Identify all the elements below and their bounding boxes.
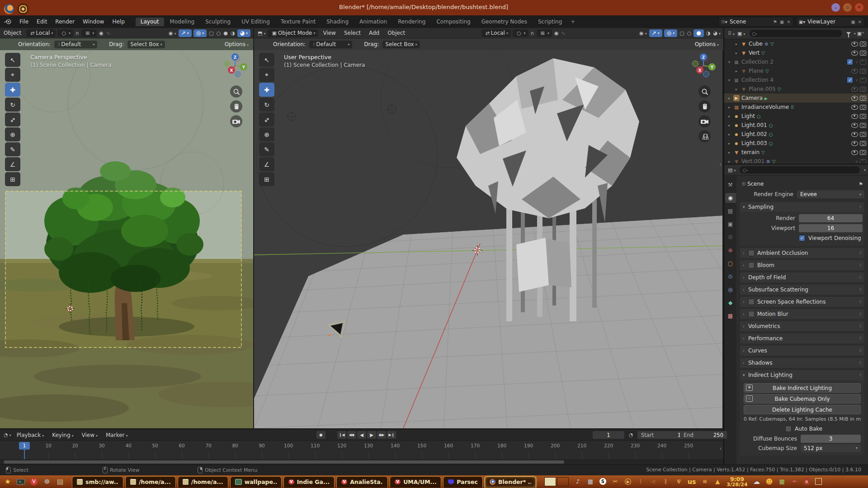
menu-select[interactable]: Select bbox=[340, 30, 365, 36]
cubemap-size-dropdown[interactable]: 512 px▾ bbox=[801, 444, 861, 452]
sampling-section-header[interactable]: ▾Sampling⠿ bbox=[740, 202, 864, 212]
workspace-tab-scripting[interactable]: Scripting bbox=[533, 18, 567, 26]
rotate-tool[interactable]: ↻ bbox=[5, 98, 20, 112]
window-close-button[interactable]: ✕ bbox=[855, 3, 863, 12]
orientation-dropdown[interactable]: ⁝Default▾ bbox=[309, 41, 352, 48]
hide-viewport-icon[interactable] bbox=[851, 69, 858, 74]
navigation-gizmo[interactable]: Z Y X bbox=[222, 53, 249, 79]
shading-solid-icon[interactable]: ● bbox=[693, 29, 703, 37]
workspace-2[interactable] bbox=[557, 477, 569, 486]
mode-dropdown[interactable]: ▣Object Mode▾ bbox=[268, 29, 318, 37]
calculator-icon[interactable] bbox=[778, 478, 786, 485]
timeline-menu-playback[interactable]: Playback▾ bbox=[13, 432, 48, 438]
wifi-icon[interactable] bbox=[701, 478, 708, 485]
camera-view-icon[interactable] bbox=[698, 115, 711, 127]
pivot-point-dropdown[interactable]: ○▾ bbox=[57, 29, 73, 37]
collection-hide-icon[interactable]: ∨ bbox=[855, 78, 858, 82]
package-icon[interactable] bbox=[587, 478, 594, 485]
zoom-icon[interactable] bbox=[698, 85, 711, 98]
shading-material-icon[interactable]: ◑ bbox=[706, 30, 711, 36]
drag-dropdown[interactable]: Select Box▾ bbox=[382, 41, 420, 48]
disable-render-icon[interactable] bbox=[860, 105, 866, 110]
properties-tab-output[interactable] bbox=[725, 206, 736, 216]
outliner-item-collection-2[interactable]: ▾Collection 2∨ bbox=[724, 57, 868, 66]
selectability-dropdown[interactable]: ◉▾ bbox=[169, 30, 176, 36]
xray-toggle[interactable]: ▢ bbox=[679, 30, 684, 36]
workspace-1[interactable] bbox=[544, 477, 556, 486]
add-cube-tool[interactable]: ⊞ bbox=[259, 172, 274, 186]
file-cabinet-icon[interactable]: ▤ bbox=[55, 476, 66, 487]
move-tool[interactable]: ✚ bbox=[5, 83, 20, 97]
view-layer-selector[interactable]: ▣▾ ViewLayer ▣ ✕ bbox=[796, 17, 864, 27]
workspace-tab-layout[interactable]: Layout bbox=[136, 18, 164, 26]
book-icon[interactable] bbox=[804, 478, 810, 485]
outliner-item-light-001[interactable]: ▸Light.001 bbox=[724, 121, 868, 130]
section-depth-of-field[interactable]: ›Depth of Field⠿ bbox=[740, 272, 864, 282]
record-icon[interactable]: ● bbox=[316, 431, 326, 439]
task-uma-um[interactable]: UMA/UM... bbox=[390, 476, 441, 488]
delete-lighting-cache-button[interactable]: Delete Lighting Cache bbox=[744, 405, 861, 414]
properties-tab-object[interactable] bbox=[725, 258, 736, 268]
falloff-icon[interactable]: ∿ bbox=[106, 30, 110, 36]
spotify-icon[interactable] bbox=[599, 478, 606, 485]
task-parsec[interactable]: Parsec bbox=[443, 476, 483, 488]
pin-icon[interactable]: ⚑ bbox=[773, 19, 777, 24]
play-icon[interactable]: ▶ bbox=[367, 431, 376, 439]
outliner-item-light[interactable]: ▸Light bbox=[724, 112, 868, 121]
snap-magnet-icon[interactable]: ∩ bbox=[531, 30, 534, 36]
next-keyframe-icon[interactable]: ◆▶ bbox=[377, 431, 386, 439]
menu-object[interactable]: Object bbox=[383, 30, 409, 36]
disable-render-icon[interactable] bbox=[860, 42, 866, 47]
select-box-tool[interactable]: ↖ bbox=[5, 53, 20, 67]
properties-tab-tool[interactable] bbox=[725, 180, 736, 190]
warning-icon[interactable] bbox=[714, 478, 721, 485]
workspace-tab-uv-editing[interactable]: UV Editing bbox=[236, 18, 275, 26]
disclosure-icon[interactable]: ▸ bbox=[727, 141, 731, 145]
task-home-a[interactable]: /home/a... bbox=[178, 476, 228, 488]
play-reverse-icon[interactable]: ◀ bbox=[357, 431, 366, 439]
bluetooth-icon[interactable] bbox=[662, 478, 670, 485]
diffuse-bounces-field[interactable]: 3 bbox=[801, 435, 861, 443]
hide-viewport-icon[interactable] bbox=[851, 150, 858, 155]
outliner-item-light-002[interactable]: ▸Light.002 bbox=[724, 130, 868, 139]
proportional-editing-icon[interactable]: ◉ bbox=[99, 30, 104, 36]
outliner-item-terrain[interactable]: ▸terrain bbox=[724, 148, 868, 157]
frame-end-field[interactable]: End250 bbox=[680, 431, 727, 439]
motion-blur-checkbox[interactable] bbox=[748, 311, 755, 317]
play-circle-icon[interactable] bbox=[624, 479, 632, 485]
shading-wireframe-icon[interactable]: ○ bbox=[687, 30, 692, 36]
usb-icon[interactable] bbox=[675, 478, 682, 485]
timeline-editor-icon[interactable]: ◔▾ bbox=[4, 432, 11, 438]
collection-hide-icon[interactable]: ∨ bbox=[855, 60, 858, 64]
annotate-tool[interactable]: ✎ bbox=[5, 142, 20, 156]
timeline-menu-marker[interactable]: Marker▾ bbox=[102, 432, 132, 438]
rotate-tool[interactable]: ↻ bbox=[259, 98, 274, 112]
falloff-icon[interactable]: ∿ bbox=[561, 30, 566, 36]
emoji-icon[interactable] bbox=[766, 478, 773, 486]
outliner-item-camera[interactable]: ▸Camera bbox=[724, 94, 868, 103]
task-home-a[interactable]: /home/a... bbox=[125, 476, 176, 488]
weather-icon[interactable] bbox=[753, 478, 760, 486]
use-preview-range-icon[interactable]: ◔ bbox=[629, 432, 633, 438]
clock[interactable]: 9:09 3/28/24 bbox=[726, 476, 747, 488]
media-player-icon[interactable]: ☸ bbox=[42, 476, 52, 487]
workspace-tab-modeling[interactable]: Modeling bbox=[165, 18, 200, 26]
orientation-dropdown[interactable]: ⁝Default▾ bbox=[54, 41, 97, 48]
timeline-menu-view[interactable]: View▾ bbox=[78, 432, 102, 438]
options-dropdown[interactable]: Options▾ bbox=[695, 41, 719, 47]
disclosure-icon[interactable]: ▾ bbox=[727, 60, 731, 64]
shading-rendered-icon[interactable]: ◕▾ bbox=[237, 29, 251, 37]
disclosure-icon[interactable]: ▸ bbox=[727, 114, 731, 118]
outliner-item-vert[interactable]: ▸Vert bbox=[724, 48, 868, 57]
options-dropdown[interactable]: Options▾ bbox=[225, 41, 249, 47]
hide-viewport-icon[interactable] bbox=[851, 141, 858, 146]
scale-tool[interactable]: ↔ bbox=[259, 113, 274, 127]
add-cube-tool[interactable]: ⊞ bbox=[5, 172, 20, 186]
pen-icon[interactable] bbox=[791, 478, 798, 485]
annotate-tool[interactable]: ✎ bbox=[259, 142, 274, 156]
outliner-search-input[interactable]: ○‑ bbox=[750, 30, 842, 37]
collection-checkbox[interactable] bbox=[847, 59, 853, 65]
disable-render-icon[interactable] bbox=[860, 123, 866, 128]
task-wallpape[interactable]: wallpape... bbox=[230, 476, 282, 488]
section-performance[interactable]: ›Performance⠿ bbox=[740, 333, 864, 343]
